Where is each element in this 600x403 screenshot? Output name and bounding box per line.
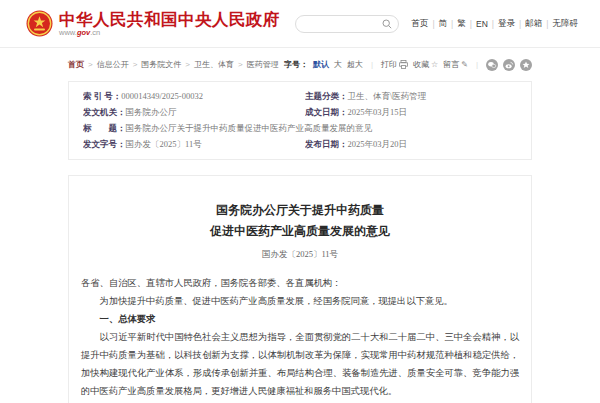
- top-link-mail[interactable]: 邮箱: [525, 18, 542, 30]
- top-link-simplified[interactable]: 简: [439, 18, 448, 30]
- breadcrumb-toolbar-row: 首页 > 信息公开 > 国务院文件 > 卫生、体育 > 医药管理 字号： 默认 …: [68, 48, 532, 81]
- site-title: 中华人民共和国中央人民政府: [59, 11, 280, 28]
- breadcrumb: 首页 > 信息公开 > 国务院文件 > 卫生、体育 > 医药管理: [68, 59, 279, 70]
- font-size-xlarge[interactable]: 超大: [347, 59, 363, 70]
- star-icon: ☆: [431, 60, 438, 69]
- print-button[interactable]: 打印: [381, 59, 408, 70]
- site-header: 中华人民共和国中央人民政府 www.gov.cn 首页 | 简: [0, 0, 600, 48]
- document-title: 国务院办公厅关于提升中药质量 促进中医药产业高质量发展的意见: [81, 200, 519, 242]
- printer-icon: [399, 60, 408, 69]
- breadcrumb-medicine-admin[interactable]: 医药管理: [247, 59, 279, 70]
- breadcrumb-state-council-docs[interactable]: 国务院文件: [141, 59, 181, 70]
- section1-heading: 一、总体要求: [81, 310, 519, 328]
- meta-doc-number: 发文字号：国办发〔2025〕11号: [83, 139, 305, 150]
- meta-topic: 主题分类：卫生、体育\医药管理: [305, 91, 517, 102]
- search-icon[interactable]: [382, 19, 392, 29]
- qzone-share-icon[interactable]: [520, 59, 532, 71]
- site-url: www.gov.cn: [59, 29, 280, 37]
- top-link-traditional[interactable]: 繁: [457, 18, 466, 30]
- favorite-button[interactable]: 收藏 ☆: [413, 59, 438, 70]
- top-link-accessibility[interactable]: 无障碍: [553, 18, 579, 30]
- national-emblem-icon: [26, 10, 53, 37]
- top-nav: 首页 | 简 | 繁 | EN | 登录 | 邮箱 | 无障碍: [411, 18, 578, 30]
- document-content-box: 国务院办公厅关于提升中药质量 促进中医药产业高质量发展的意见 国办发〔2025〕…: [68, 175, 532, 403]
- meta-issuer: 发文机关：国务院办公厅: [83, 107, 305, 118]
- salutation-paragraph: 各省、自治区、直辖市人民政府，国务院各部委、各直属机构：: [81, 274, 519, 292]
- document-metadata-box: 索 引 号：000014349/2025-00032 主题分类：卫生、体育\医药…: [68, 81, 532, 160]
- wechat-share-icon[interactable]: [486, 59, 498, 71]
- breadcrumb-info-disclosure[interactable]: 信息公开: [97, 59, 129, 70]
- meta-index: 索 引 号：000014349/2025-00032: [83, 91, 305, 102]
- section1-paragraph: 以习近平新时代中国特色社会主义思想为指导，全面贯彻党的二十大和二十届二中、三中全…: [81, 328, 519, 400]
- meta-publish-date: 发布日期：2025年03月20日: [305, 139, 517, 150]
- weibo-share-icon[interactable]: [503, 59, 515, 71]
- font-size-large[interactable]: 大: [334, 59, 342, 70]
- top-link-login[interactable]: 登录: [498, 18, 515, 30]
- page-toolbar: 字号： 默认 大 超大 | 打印 收藏 ☆ 留言: [284, 59, 532, 71]
- font-size-label: 字号：: [284, 59, 308, 70]
- comment-button[interactable]: 留言 ✎: [443, 59, 468, 70]
- breadcrumb-home[interactable]: 首页: [68, 59, 84, 70]
- document-body: 各省、自治区、直辖市人民政府，国务院各部委、各直属机构： 为加快提升中药质量、促…: [81, 274, 519, 403]
- pencil-icon: ✎: [461, 60, 468, 69]
- site-logo[interactable]: 中华人民共和国中央人民政府 www.gov.cn: [26, 10, 280, 37]
- breadcrumb-health-sports[interactable]: 卫生、体育: [194, 59, 234, 70]
- intro-paragraph: 为加快提升中药质量、促进中医药产业高质量发展，经国务院同意，现提出以下意见。: [81, 292, 519, 310]
- gov-cn-page: 中华人民共和国中央人民政府 www.gov.cn 首页 | 简: [0, 0, 600, 403]
- search-input[interactable]: [304, 17, 382, 31]
- top-link-home[interactable]: 首页: [411, 18, 428, 30]
- font-size-default[interactable]: 默认: [313, 59, 329, 70]
- meta-written-date: 成文日期：2025年03月15日: [305, 107, 517, 118]
- meta-title: 标 题：国务院办公厅关于提升中药质量促进中医药产业高质量发展的意见: [83, 123, 517, 134]
- top-link-en[interactable]: EN: [476, 19, 488, 29]
- search-box: [295, 15, 399, 33]
- document-number: 国办发〔2025〕11号: [81, 249, 519, 261]
